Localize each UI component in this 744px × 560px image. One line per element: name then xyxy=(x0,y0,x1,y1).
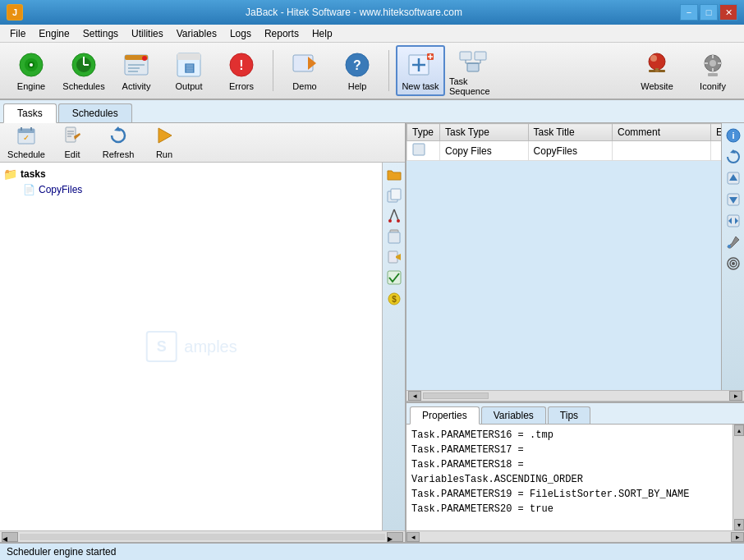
svg-text:✓: ✓ xyxy=(23,134,30,142)
table-scroll-area[interactable]: Type Task Type Task Title Comment Exit xyxy=(406,123,744,390)
svg-text:J: J xyxy=(12,7,17,17)
scroll-left-prop-btn[interactable]: ◂ xyxy=(406,532,420,542)
new-task-button[interactable]: New task xyxy=(396,45,445,96)
svg-point-15 xyxy=(142,56,147,61)
svg-rect-32 xyxy=(475,52,486,60)
scroll-right-table-btn[interactable]: ▸ xyxy=(729,391,742,401)
menu-item-variables[interactable]: Variables xyxy=(170,26,223,41)
website-button[interactable]: Website xyxy=(632,45,682,96)
help-button[interactable]: ? Help xyxy=(333,45,382,96)
run-sub-button[interactable]: Run xyxy=(143,125,186,161)
brush-icon-button[interactable] xyxy=(724,233,742,251)
info-icon-button[interactable]: i xyxy=(724,126,742,145)
scroll-right-prop-btn[interactable]: ▸ xyxy=(731,532,744,542)
table-row[interactable]: Copy Files CopyFiles xyxy=(407,141,744,161)
refresh-sub-icon xyxy=(109,126,127,149)
iconify-button[interactable]: Iconify xyxy=(688,45,737,96)
col-type: Type xyxy=(407,124,440,141)
minimize-button[interactable]: − xyxy=(680,4,698,21)
scroll-left-table-btn[interactable]: ◂ xyxy=(408,391,421,401)
svg-point-90 xyxy=(732,262,735,265)
scrollbar-track[interactable] xyxy=(20,534,385,540)
task-sequence-icon xyxy=(458,45,488,75)
svg-text:$: $ xyxy=(392,295,397,304)
schedule-sub-label: Schedule xyxy=(7,149,45,159)
properties-panel: Properties Variables Tips Task.PARAMETER… xyxy=(406,402,744,542)
svg-text:▤: ▤ xyxy=(184,61,195,74)
task-item-icon: 📄 xyxy=(23,184,35,195)
left-scrollbar[interactable]: ◂ ▸ xyxy=(0,530,405,542)
tree-root: 📁 tasks 📄 CopyFiles xyxy=(3,166,379,197)
engine-button[interactable]: Engine xyxy=(7,45,56,96)
dollar-button[interactable]: $ xyxy=(385,289,403,307)
cut-button[interactable] xyxy=(385,207,403,225)
errors-button[interactable]: ! Errors xyxy=(217,45,266,96)
menu-item-settings[interactable]: Settings xyxy=(76,26,125,41)
engine-label: Engine xyxy=(17,81,45,91)
schedules-label: Schedules xyxy=(62,81,104,91)
edit-sub-button[interactable]: Edit xyxy=(51,125,94,161)
app-logo: J xyxy=(7,4,23,21)
paste-button[interactable] xyxy=(385,227,403,246)
edit-icon-button[interactable] xyxy=(385,248,403,266)
svg-point-39 xyxy=(650,55,657,62)
errors-label: Errors xyxy=(229,81,254,91)
svg-point-68 xyxy=(397,219,400,223)
cell-comment xyxy=(613,141,711,161)
website-label: Website xyxy=(641,81,673,91)
svg-point-87 xyxy=(728,245,731,248)
list-item[interactable]: 📄 CopyFiles xyxy=(3,182,379,197)
tab-schedules[interactable]: Schedules xyxy=(58,103,132,122)
scroll-track-vert xyxy=(733,436,744,519)
menu-item-file[interactable]: File xyxy=(3,26,32,41)
new-task-icon xyxy=(406,50,435,80)
run-sub-label: Run xyxy=(156,149,172,159)
table-scrollbar[interactable]: ◂ ▸ xyxy=(406,390,744,402)
svg-line-66 xyxy=(394,209,398,220)
schedule-sub-button[interactable]: ✓ Schedule xyxy=(5,125,48,161)
open-folder-button[interactable] xyxy=(385,166,403,184)
activity-button[interactable]: Activity xyxy=(112,45,161,96)
arrows-h-icon-button[interactable] xyxy=(724,212,742,230)
demo-icon xyxy=(290,50,319,80)
svg-rect-33 xyxy=(467,63,479,71)
refresh-icon-button[interactable] xyxy=(724,148,742,166)
prop-line: Task.PARAMETERS20 = true xyxy=(411,502,728,516)
tab-tasks[interactable]: Tasks xyxy=(3,103,57,123)
prop-tab-variables[interactable]: Variables xyxy=(481,406,546,424)
prop-tab-properties[interactable]: Properties xyxy=(410,406,480,425)
tasks-folder[interactable]: 📁 tasks xyxy=(3,166,379,182)
scroll-down-btn[interactable]: ▾ xyxy=(734,519,744,530)
scroll-right-btn[interactable]: ▸ xyxy=(387,532,403,542)
menu-item-help[interactable]: Help xyxy=(305,26,339,41)
check-button[interactable] xyxy=(385,269,403,287)
task-sequence-button[interactable]: Task Sequence xyxy=(448,45,498,96)
output-button[interactable]: ▤ Output xyxy=(164,45,214,96)
target-icon-button[interactable] xyxy=(724,255,742,273)
svg-text:S: S xyxy=(156,338,166,355)
close-button[interactable]: ✕ xyxy=(719,4,737,21)
arrow-down-icon-button[interactable] xyxy=(724,190,742,209)
prop-hscrollbar[interactable]: ◂ ▸ xyxy=(406,530,744,542)
schedules-button[interactable]: Schedules xyxy=(59,45,108,96)
maximize-button[interactable]: □ xyxy=(700,4,718,21)
prop-tab-tips[interactable]: Tips xyxy=(548,406,590,424)
col-comment: Comment xyxy=(613,124,711,141)
copy-button[interactable] xyxy=(385,186,403,204)
menu-item-utilities[interactable]: Utilities xyxy=(125,26,170,41)
arrow-up-icon-button[interactable] xyxy=(724,169,742,187)
new-task-label: New task xyxy=(402,81,439,91)
refresh-sub-button[interactable]: Refresh xyxy=(97,125,140,161)
svg-text:?: ? xyxy=(353,58,361,72)
scroll-up-btn[interactable]: ▴ xyxy=(734,425,744,436)
scrollbar-thumb[interactable] xyxy=(423,392,489,399)
menu-item-logs[interactable]: Logs xyxy=(223,26,258,41)
prop-scrollbar[interactable]: ▴ ▾ xyxy=(733,425,744,530)
scroll-left-btn[interactable]: ◂ xyxy=(2,532,18,542)
menu-item-reports[interactable]: Reports xyxy=(258,26,305,41)
svg-point-5 xyxy=(30,63,33,67)
menu-item-engine[interactable]: Engine xyxy=(32,26,76,41)
left-panel: ✓ Schedule Edit xyxy=(0,123,406,542)
prop-line: Task.PARAMETERS18 = xyxy=(411,457,728,472)
demo-button[interactable]: Demo xyxy=(280,45,329,96)
